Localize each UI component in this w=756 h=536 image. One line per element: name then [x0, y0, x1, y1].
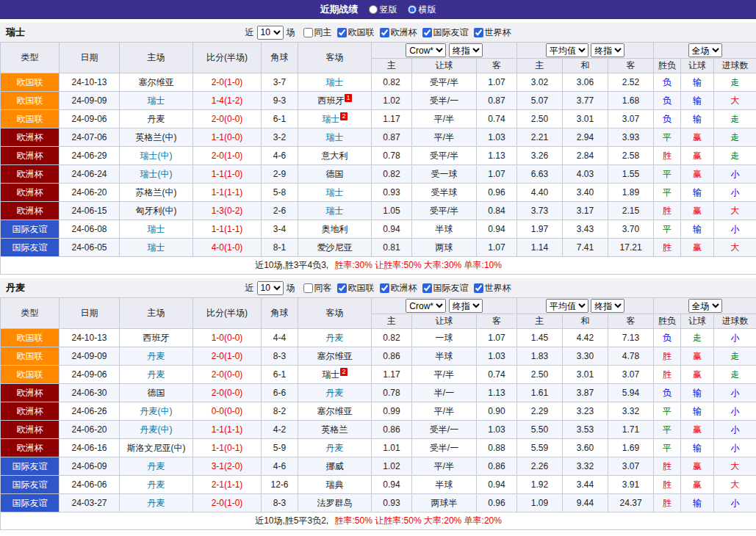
- score[interactable]: 2-0(1-0): [193, 147, 262, 165]
- score[interactable]: 1-1(0-0): [193, 128, 262, 147]
- home-team[interactable]: 瑞士(中): [120, 165, 193, 184]
- team-link[interactable]: 丹麦: [148, 461, 165, 471]
- home-team[interactable]: 斯洛文尼亚(中): [120, 439, 193, 457]
- home-team[interactable]: 丹麦: [120, 347, 193, 366]
- team-link[interactable]: 瑞士(中): [140, 169, 173, 179]
- score[interactable]: 2-0(1-0): [193, 347, 262, 366]
- away-team[interactable]: 德国: [298, 165, 372, 184]
- home-team[interactable]: 丹麦(中): [120, 421, 193, 439]
- scope-select[interactable]: 全场: [688, 43, 722, 57]
- team-link[interactable]: 丹麦(中): [140, 406, 173, 416]
- team-link[interactable]: 塞尔维亚: [139, 77, 174, 87]
- filter-checkbox[interactable]: 国际友谊: [422, 26, 469, 39]
- score[interactable]: 2-0(0-0): [193, 384, 262, 402]
- team-link[interactable]: 瑞士: [326, 77, 344, 87]
- home-team[interactable]: 瑞士: [120, 239, 193, 257]
- away-team[interactable]: 丹麦: [298, 384, 372, 402]
- filter-checkbox[interactable]: 国际友谊: [422, 282, 469, 294]
- home-team[interactable]: 匈牙利(中): [120, 202, 193, 220]
- filter-checkbox[interactable]: 世界杯: [474, 26, 511, 39]
- team-link[interactable]: 西班牙: [143, 333, 170, 343]
- avg-select[interactable]: 平均值: [546, 299, 588, 313]
- team-link[interactable]: 爱沙尼亚: [317, 242, 353, 253]
- team-link[interactable]: 丹麦: [326, 443, 344, 453]
- away-team[interactable]: 英格兰: [298, 421, 372, 439]
- home-team[interactable]: 瑞士: [120, 220, 193, 239]
- away-team[interactable]: 瑞典: [298, 476, 372, 494]
- score[interactable]: 2-0(0-0): [193, 110, 262, 128]
- team-link[interactable]: 丹麦: [326, 388, 344, 398]
- team-link[interactable]: 丹麦: [148, 479, 165, 490]
- vertical-layout-radio[interactable]: [369, 5, 378, 14]
- away-team[interactable]: 丹麦: [298, 439, 372, 457]
- team-link[interactable]: 丹麦: [148, 369, 165, 380]
- home-team[interactable]: 丹麦(中): [120, 402, 193, 421]
- team-link[interactable]: 瑞士: [322, 369, 339, 380]
- team-link[interactable]: 瑞典: [326, 479, 344, 490]
- team-link[interactable]: 法罗群岛: [317, 498, 353, 508]
- filter-checkbox[interactable]: 欧国联: [337, 26, 375, 39]
- filter-checkbox-input[interactable]: [422, 283, 432, 293]
- away-team[interactable]: 瑞士: [298, 128, 372, 147]
- team-link[interactable]: 苏格兰(中): [136, 187, 177, 198]
- team-link[interactable]: 奥地利: [322, 224, 348, 234]
- away-team[interactable]: 奥地利: [298, 220, 372, 239]
- odds-stage-select[interactable]: 终指: [449, 43, 483, 57]
- score[interactable]: 4-0(1-0): [193, 239, 262, 257]
- team-link[interactable]: 瑞士(中): [140, 151, 173, 161]
- score[interactable]: 0-0(0-0): [193, 402, 262, 421]
- team-link[interactable]: 瑞士: [322, 114, 339, 124]
- team-link[interactable]: 丹麦: [148, 114, 165, 124]
- bookmaker-select[interactable]: Crow*: [406, 299, 446, 313]
- team-link[interactable]: 丹麦(中): [140, 424, 173, 435]
- team-link[interactable]: 塞尔维亚: [317, 406, 353, 416]
- filter-checkbox-input[interactable]: [474, 28, 483, 37]
- away-team[interactable]: 法罗群岛: [298, 494, 372, 513]
- home-team[interactable]: 丹麦: [120, 476, 193, 494]
- home-team[interactable]: 苏格兰(中): [120, 184, 193, 202]
- filter-checkbox-input[interactable]: [422, 28, 432, 37]
- team-link[interactable]: 瑞士: [148, 242, 165, 253]
- match-count-select[interactable]: 10: [257, 281, 284, 295]
- home-team[interactable]: 塞尔维亚: [120, 73, 193, 92]
- team-link[interactable]: 英格兰(中): [136, 132, 177, 142]
- score[interactable]: 2-0(0-0): [193, 366, 262, 384]
- score[interactable]: 1-4(1-2): [193, 92, 262, 110]
- filter-checkbox[interactable]: 同主: [303, 26, 332, 39]
- home-team[interactable]: 西班牙: [120, 329, 193, 347]
- odds-stage-select[interactable]: 终指: [449, 299, 483, 313]
- filter-checkbox-input[interactable]: [380, 28, 389, 37]
- score[interactable]: 1-1(1-1): [193, 421, 262, 439]
- home-team[interactable]: 德国: [120, 384, 193, 402]
- match-count-select[interactable]: 10: [257, 26, 284, 40]
- team-link[interactable]: 丹麦: [326, 333, 344, 343]
- team-link[interactable]: 塞尔维亚: [317, 351, 353, 361]
- away-team[interactable]: 塞尔维亚: [298, 347, 372, 366]
- score[interactable]: 1-1(1-1): [193, 184, 262, 202]
- filter-checkbox-input[interactable]: [474, 283, 483, 293]
- scope-select[interactable]: 全场: [688, 299, 722, 313]
- layout-option-vertical[interactable]: 竖版: [369, 4, 397, 16]
- score[interactable]: 2-0(1-0): [193, 494, 262, 513]
- filter-checkbox[interactable]: 欧洲杯: [380, 282, 417, 294]
- home-team[interactable]: 丹麦: [120, 110, 193, 128]
- away-team[interactable]: 瑞士: [298, 73, 372, 92]
- filter-checkbox[interactable]: 欧洲杯: [380, 26, 417, 39]
- score[interactable]: 1-1(0-1): [193, 439, 262, 457]
- home-team[interactable]: 丹麦: [120, 366, 193, 384]
- team-link[interactable]: 瑞士: [148, 224, 165, 234]
- team-link[interactable]: 瑞士: [326, 206, 344, 216]
- team-link[interactable]: 挪威: [326, 461, 344, 471]
- team-link[interactable]: 瑞士: [148, 95, 165, 106]
- score[interactable]: 1-1(1-0): [193, 165, 262, 184]
- filter-checkbox[interactable]: 同客: [303, 282, 332, 294]
- team-link[interactable]: 丹麦: [148, 351, 165, 361]
- bookmaker-select[interactable]: Crow*: [406, 43, 446, 57]
- score[interactable]: 2-1(1-1): [193, 476, 262, 494]
- away-team[interactable]: 挪威: [298, 457, 372, 476]
- team-link[interactable]: 瑞士: [326, 132, 344, 142]
- filter-checkbox-input[interactable]: [303, 283, 313, 293]
- score[interactable]: 3-1(2-0): [193, 457, 262, 476]
- team-link[interactable]: 德国: [148, 388, 165, 398]
- filter-checkbox-input[interactable]: [380, 283, 389, 293]
